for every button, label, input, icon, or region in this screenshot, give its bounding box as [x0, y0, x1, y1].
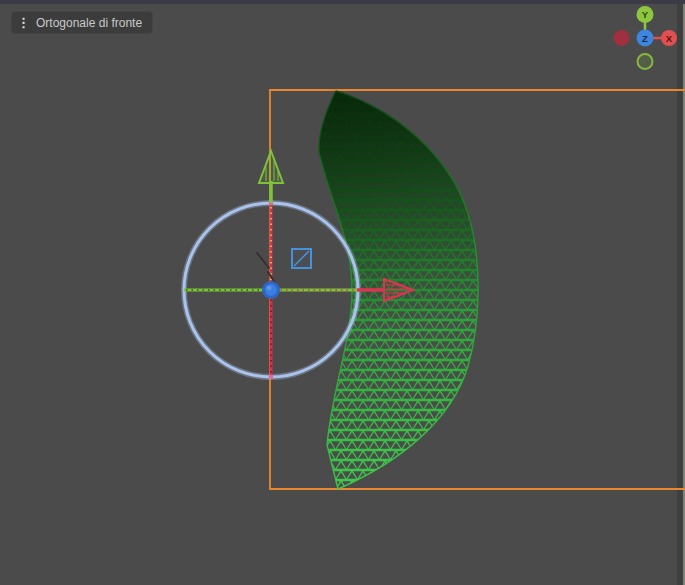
y-translate-arrow[interactable]: [259, 151, 283, 203]
axis-ball-y-negative[interactable]: [638, 54, 653, 69]
axis-ball-z-positive[interactable]: Z: [637, 30, 654, 47]
svg-text:Z: Z: [642, 33, 648, 44]
axis-ball-x-negative[interactable]: [614, 30, 630, 46]
3d-viewport[interactable]: ⋮ Ortogonale di fronte: [0, 0, 685, 585]
svg-text:X: X: [666, 33, 673, 44]
view-menu-kebab-icon[interactable]: ⋮: [17, 16, 30, 29]
axis-ball-y-positive[interactable]: Y: [637, 6, 654, 23]
view-mode-text: Ortogonale di fronte: [36, 16, 142, 30]
svg-text:Y: Y: [642, 9, 649, 20]
view-mode-label[interactable]: ⋮ Ortogonale di fronte: [12, 12, 152, 33]
axis-navigation-gizmo: Y X Z: [614, 6, 678, 69]
ring-endpoint-bottom: [269, 375, 274, 380]
origin-marker: [257, 253, 276, 284]
axis-ball-x-positive[interactable]: X: [661, 30, 677, 46]
center-translate-handle[interactable]: [262, 281, 280, 299]
plane-translate-handle[interactable]: [292, 249, 311, 268]
